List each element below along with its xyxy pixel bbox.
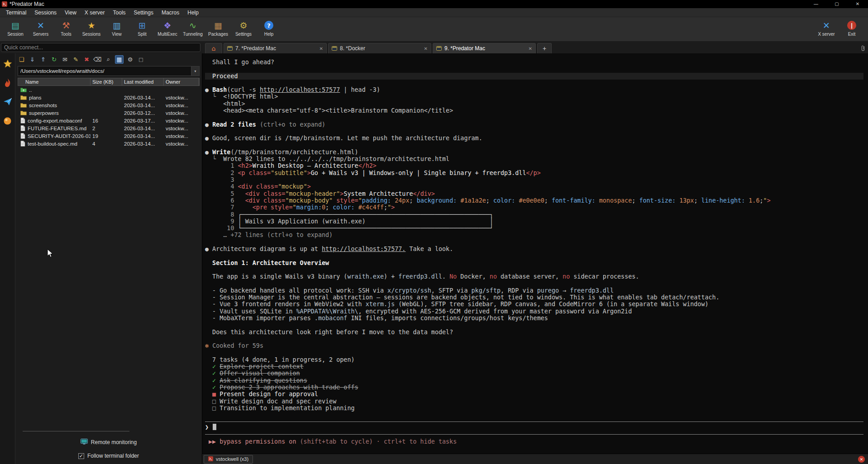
menu-terminal[interactable]: Terminal xyxy=(2,8,30,17)
toolbar-help-button[interactable]: ?Help xyxy=(256,19,281,41)
packages-icon: ▦ xyxy=(212,19,224,31)
toolbar-split-button[interactable]: ⊞Split xyxy=(129,19,155,41)
toolbar-label: Tunneling xyxy=(183,32,203,37)
tab-close-icon[interactable]: ✕ xyxy=(424,46,428,51)
toolbar-tunneling-button[interactable]: ∿Tunneling xyxy=(180,19,205,41)
toolbar-sessions-button[interactable]: ★Sessions xyxy=(79,19,104,41)
column-header-owner[interactable]: Owner xyxy=(164,78,199,85)
terminal-input-box[interactable]: ❯ xyxy=(205,421,863,435)
toolbar-settings-button[interactable]: ⚙Settings xyxy=(231,19,256,41)
tab-close-icon[interactable]: ✕ xyxy=(320,46,323,51)
terminal-line xyxy=(205,239,868,246)
edit-icon[interactable]: ✎ xyxy=(72,55,80,64)
toolbar: ▤Session✕Servers⚒Tools★Sessions▥View⊞Spl… xyxy=(0,17,868,42)
menu-x-server[interactable]: X server xyxy=(81,8,109,17)
tab-home[interactable]: ⌂ xyxy=(205,43,222,53)
file-row-security-audit-2026-03-1[interactable]: SECURITY-AUDIT-2026-03-1...192026-03-14.… xyxy=(18,132,200,140)
file-table-header: NameSize (KB)Last modifiedOwner xyxy=(18,78,200,86)
maximize-button[interactable]: ▢ xyxy=(826,0,847,8)
delete-icon[interactable]: ✖ xyxy=(82,55,91,64)
menu-tools[interactable]: Tools xyxy=(109,8,130,17)
toolbar-tools-button[interactable]: ⚒Tools xyxy=(53,19,79,41)
toolbar-label: Servers xyxy=(33,32,48,37)
minimize-button[interactable]: — xyxy=(806,0,826,8)
terminal-line: Shall I go ahead? xyxy=(205,59,868,66)
menu-sessions[interactable]: Sessions xyxy=(30,8,61,17)
toolbar-view-button[interactable]: ▥View xyxy=(104,19,129,41)
terminal-link[interactable]: http://localhost:57577. xyxy=(322,246,405,252)
view-icon: ▥ xyxy=(111,19,123,31)
macros-plane-icon[interactable] xyxy=(3,97,13,107)
column-header-name[interactable]: Name xyxy=(18,78,91,85)
connect-row: ⌂7. *Predator Mac✕8. *Docker✕9. *Predato… xyxy=(0,42,868,53)
toolbar-label: Settings xyxy=(235,32,252,37)
terminal-line: Does this architecture look right before… xyxy=(205,329,868,336)
upload-icon[interactable]: ⇑ xyxy=(39,55,48,64)
terminal-link[interactable]: http://localhost:57577 xyxy=(260,86,340,93)
tools-flame-icon[interactable] xyxy=(3,78,13,88)
file-row-superpowers[interactable]: superpowers2026-03-12...vstockw... xyxy=(18,109,200,117)
follow-terminal-folder-checkbox[interactable]: ✓ Follow terminal folder xyxy=(15,453,202,459)
window-controls: —▢✕ xyxy=(806,0,868,8)
bottom-session-tab[interactable]: vstockwell (x3) xyxy=(204,455,253,464)
remote-monitoring-button[interactable]: Remote monitoring xyxy=(15,439,202,446)
close-terminal-button[interactable]: ✕ xyxy=(858,456,865,463)
tab-8-docker[interactable]: 8. *Docker✕ xyxy=(328,43,431,53)
prompt-chevron: ❯ xyxy=(205,424,209,431)
clean-icon[interactable]: ⌫ xyxy=(93,55,102,64)
path-input[interactable] xyxy=(18,66,191,76)
tab-close-icon[interactable]: ✕ xyxy=(529,46,532,51)
refresh-icon[interactable]: ↻ xyxy=(50,55,58,64)
sftp-ball-icon[interactable] xyxy=(3,116,13,126)
sessions-star-icon[interactable] xyxy=(3,59,13,69)
file-row-test-buildout-spec-md[interactable]: test-buildout-spec.md42026-03-14...vstoc… xyxy=(18,140,200,147)
mail-icon[interactable]: ✉ xyxy=(61,55,69,64)
menu-macros[interactable]: Macros xyxy=(157,8,183,17)
tab-7-predator-mac[interactable]: 7. *Predator Mac✕ xyxy=(224,43,327,53)
new-folder-icon[interactable]: ❏ xyxy=(17,55,26,64)
file-icon xyxy=(20,141,25,147)
attach-icon[interactable] xyxy=(860,45,866,52)
folder-icon xyxy=(20,103,27,108)
file-row-future-features-md[interactable]: FUTURE-FEATURES.md22026-03-14...vstockw.… xyxy=(18,124,200,132)
column-header-size-kb[interactable]: Size (KB) xyxy=(91,78,122,85)
close-button[interactable]: ✕ xyxy=(847,0,868,8)
toolbar-multiexec-button[interactable]: ❖MultiExec xyxy=(155,19,180,41)
file-owner: vstockw... xyxy=(164,141,200,147)
file-row-screenshots[interactable]: screenshots2026-03-14...vstockw... xyxy=(18,101,200,109)
selected-option-proceed[interactable]: Proceed xyxy=(205,73,863,80)
toolbar-servers-button[interactable]: ✕Servers xyxy=(28,19,53,41)
tab-strip: ⌂7. *Predator Mac✕8. *Docker✕9. *Predato… xyxy=(202,42,552,53)
terminal-line: ✓ Offer visual companion xyxy=(205,370,868,377)
file-row-config-export-mobaconf[interactable]: config-export.mobaconf162026-03-17...vst… xyxy=(18,117,200,124)
terminal-line xyxy=(205,266,868,273)
toolbar-packages-button[interactable]: ▦Packages xyxy=(205,19,231,41)
column-header-last-modified[interactable]: Last modified xyxy=(122,78,164,85)
tab-9-predator-mac[interactable]: 9. *Predator Mac✕ xyxy=(433,43,536,53)
new-tab-button[interactable]: + xyxy=(537,43,552,53)
session-tab-icon xyxy=(227,46,233,51)
file-sidebar: ❏⇓⇑↻✉✎✖⌫⌕▦⚙◻ ▾ NameSize (KB)Last modifie… xyxy=(15,53,202,464)
terminal-line: 1 <h2>Wraith Desktop — Architecture</h2> xyxy=(205,162,868,169)
file-table-body: ..plans2026-03-14...vstockw...screenshot… xyxy=(18,86,200,147)
toolbar-session-button[interactable]: ▤Session xyxy=(3,19,28,41)
toolbar-x-server-button[interactable]: ✕X server xyxy=(814,19,839,41)
file-row-[interactable]: .. xyxy=(18,86,200,94)
terminal-output[interactable]: Shall I go ahead? Proceed● Bash(curl -s … xyxy=(202,53,868,418)
download-icon[interactable]: ⇓ xyxy=(28,55,37,64)
quick-connect-input[interactable] xyxy=(1,43,200,52)
menu-view[interactable]: View xyxy=(61,8,81,17)
menu-settings[interactable]: Settings xyxy=(130,8,157,17)
blank-icon[interactable]: ◻ xyxy=(137,55,145,64)
terminal-line: ✓ Explore project context xyxy=(205,363,868,370)
toolbar-exit-button[interactable]: |Exit xyxy=(839,19,864,41)
file-owner: vstockw... xyxy=(164,133,200,139)
remote-monitoring-label: Remote monitoring xyxy=(91,439,137,445)
grid-view-icon[interactable]: ▦ xyxy=(115,55,124,64)
file-owner: vstockw... xyxy=(164,118,200,123)
settings-wrench-icon[interactable]: ⚙ xyxy=(126,55,134,64)
search-icon[interactable]: ⌕ xyxy=(104,55,113,64)
file-row-plans[interactable]: plans2026-03-14...vstockw... xyxy=(18,94,200,101)
menu-help[interactable]: Help xyxy=(183,8,203,17)
path-dropdown-button[interactable]: ▾ xyxy=(191,66,200,76)
